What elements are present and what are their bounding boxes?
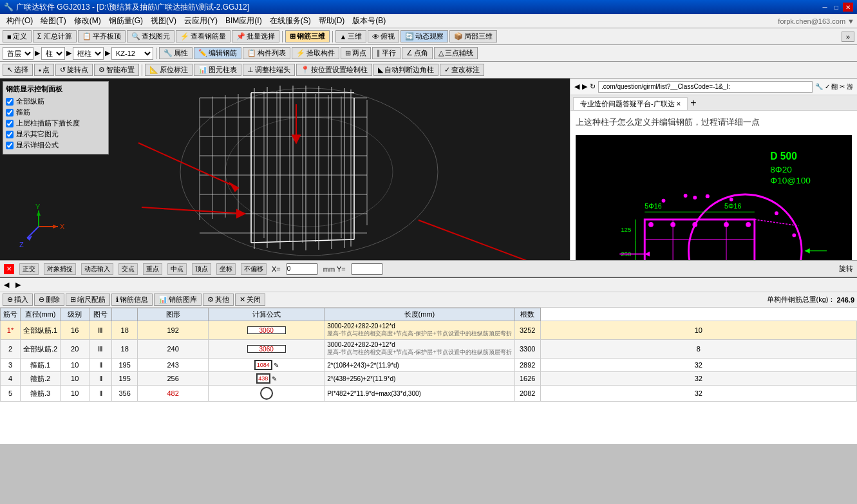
- cell-count: 8: [540, 340, 856, 359]
- menu-component[interactable]: 构件(O): [3, 14, 37, 28]
- menu-cloud[interactable]: 云应用(Y): [180, 14, 221, 28]
- table-row[interactable]: 3 箍筋.1 10 Ⅱ 195 243 1084 ✎ 2*(10: [1, 359, 857, 372]
- status-offset[interactable]: 不偏移: [241, 263, 267, 275]
- table-row[interactable]: 5 箍筋.3 10 Ⅱ 356 482 PI*482+2*11.9*d+max(…: [1, 386, 857, 402]
- checkbox-stirrup[interactable]: 箍筋: [6, 107, 106, 117]
- find-button[interactable]: 🔍 查找图元: [127, 30, 174, 42]
- set-pos-button[interactable]: 📍 按位置设置绘制柱: [296, 64, 372, 76]
- top-view-button[interactable]: 👁 俯视: [368, 30, 399, 42]
- back-button[interactable]: ◀: [574, 82, 579, 91]
- select-button[interactable]: ↖ 选择: [3, 64, 33, 76]
- batch-select-button[interactable]: 📌 批量选择: [232, 30, 279, 42]
- status-intersect[interactable]: 交点: [118, 263, 138, 275]
- refresh-button[interactable]: ↻: [590, 82, 596, 91]
- sub-type-select[interactable]: 框柱: [73, 47, 104, 60]
- address-bar[interactable]: [598, 81, 813, 93]
- nav-prev[interactable]: ◀: [4, 281, 9, 289]
- menu-help[interactable]: 帮助(D): [315, 14, 349, 28]
- minimize-button[interactable]: ─: [820, 3, 830, 12]
- menu-modify[interactable]: 修改(M): [70, 14, 105, 28]
- auto-corner-button[interactable]: ◣ 自动判断边角柱: [373, 64, 438, 76]
- bottom-close-button[interactable]: ✕: [4, 264, 14, 274]
- cell-b: 256: [138, 372, 209, 386]
- insert-row-button[interactable]: ⊕ 插入: [3, 294, 33, 306]
- adjust-end-button[interactable]: ⊥ 调整柱端头: [243, 64, 295, 76]
- checkbox-all-rebar[interactable]: 全部纵筋: [6, 97, 106, 106]
- three-point-button[interactable]: △ 三点辅线: [434, 47, 478, 59]
- maximize-button[interactable]: □: [831, 3, 842, 12]
- cell-id: 1*: [1, 321, 21, 340]
- table-row[interactable]: 4 箍筋.2 10 Ⅱ 195 256 438 ✎ 2*(438: [1, 372, 857, 386]
- status-vertex[interactable]: 顶点: [192, 263, 211, 275]
- expand-button[interactable]: »: [842, 32, 854, 42]
- in-situ-mark-button[interactable]: 📐 原位标注: [145, 64, 193, 76]
- title-bar-controls[interactable]: ─ □ ✕: [820, 3, 853, 12]
- cell-figure[interactable]: [209, 386, 325, 402]
- cell-figure[interactable]: 1084 ✎: [209, 359, 325, 372]
- title-bar-left: 🔧 广联达软件 GGJ2013 - [D:\预结算及抽筋\广联达抽筋\测试-2.…: [4, 2, 249, 13]
- menu-version[interactable]: 版本号(B): [348, 14, 390, 28]
- edit-rebar-button[interactable]: ✏️ 编辑钢筋: [194, 47, 241, 59]
- angle-button[interactable]: ∠ 点角: [402, 47, 433, 59]
- element-type-select[interactable]: 柱: [41, 47, 65, 60]
- status-center[interactable]: 中点: [167, 263, 187, 275]
- scale-rebar-button[interactable]: ⊞ 缩尺配筋: [66, 294, 110, 306]
- table-row[interactable]: 2 全部纵筋.2 20 Ⅲ 18 240 3060 3000-20: [1, 340, 857, 359]
- y-input[interactable]: [351, 263, 383, 275]
- calc-button[interactable]: Σ 汇总计算: [33, 30, 77, 42]
- cell-figure[interactable]: 3060: [209, 321, 325, 340]
- floor-top-button[interactable]: 📋 平齐板顶: [78, 30, 126, 42]
- forward-button[interactable]: ▶: [582, 82, 587, 91]
- active-tab[interactable]: 专业造价问题答疑平台-广联达 ×: [573, 97, 688, 110]
- right-content[interactable]: 上这种柱子怎么定义并编辑钢筋，过程请详细一点 D 500 8Φ20 Φ10@10…: [570, 111, 857, 260]
- checkbox-other-elem[interactable]: 显示其它图元: [6, 129, 106, 139]
- check-mark-button[interactable]: ✓ 查改标注: [440, 64, 484, 76]
- dynamic-view-button[interactable]: 🔄 动态观察: [400, 30, 448, 42]
- element-list-button[interactable]: 📋 构件列表: [243, 47, 290, 59]
- local-3d-button[interactable]: 📦 局部三维: [449, 30, 497, 42]
- close-button[interactable]: ✕: [843, 3, 853, 12]
- cad-area[interactable]: 钢筋显示控制面板 全部纵筋 箍筋 上层柱插筋下插长度 显示其它图元 显示详细公式: [0, 79, 570, 260]
- rebar-info-button[interactable]: ℹ 钢筋信息: [111, 294, 153, 306]
- floor-select[interactable]: 首层: [3, 47, 33, 60]
- pick-element-button[interactable]: ⚡ 拾取构件: [292, 47, 339, 59]
- cell-figure[interactable]: 438 ✎: [209, 372, 325, 386]
- sales-diagram-button[interactable]: 📊 销筋图库: [154, 294, 202, 306]
- define-button[interactable]: ■ 定义: [3, 30, 32, 42]
- status-midpoint[interactable]: 重点: [143, 263, 162, 275]
- property-button[interactable]: 🔧 属性: [159, 47, 193, 59]
- col-table-button[interactable]: 📊 图元柱表: [194, 64, 241, 76]
- cell-figure[interactable]: 3060: [209, 340, 325, 359]
- smart-place-button[interactable]: ⚙ 智能布置: [94, 64, 139, 76]
- nav-next[interactable]: ▶: [15, 281, 21, 289]
- parallel-button[interactable]: ∥ 平行: [372, 47, 400, 59]
- rebar-table[interactable]: 筋号 直径(mm) 级别 图号 图形 计算公式 长度(mm) 根数 1* 全部纵…: [0, 308, 857, 443]
- rebar-3d-button[interactable]: ⊞ 钢筋三维: [285, 30, 330, 42]
- rotate-button[interactable]: ↺ 旋转点: [55, 64, 93, 76]
- status-ortho[interactable]: 正交: [19, 263, 39, 275]
- status-dynamic[interactable]: 动态输入: [81, 263, 113, 275]
- svg-point-103: [662, 198, 666, 202]
- status-coord[interactable]: 坐标: [216, 263, 236, 275]
- checkbox-insert-len[interactable]: 上层柱插筋下插长度: [6, 118, 106, 128]
- table-row[interactable]: 1* 全部纵筋.1 16 Ⅲ 18 192 3060 3000-2: [1, 321, 857, 340]
- new-tab-button[interactable]: +: [688, 96, 699, 110]
- svg-text:5Φ16: 5Φ16: [645, 202, 661, 210]
- point-button[interactable]: • 点: [34, 64, 54, 76]
- menu-rebar-qty[interactable]: 钢筋量(G): [105, 14, 147, 28]
- 3d-button[interactable]: ▲ 三维: [335, 30, 367, 42]
- x-input[interactable]: [286, 263, 318, 275]
- element-id-select[interactable]: KZ-12: [111, 47, 153, 60]
- two-point-button[interactable]: ⊞ 两点: [341, 47, 371, 59]
- delete-row-button[interactable]: ⊖ 删除: [34, 294, 64, 306]
- menu-online[interactable]: 在线服务(S): [266, 14, 315, 28]
- other-button[interactable]: ⚙ 其他: [203, 294, 234, 306]
- view-rebar-button[interactable]: ⚡ 查看钢筋量: [176, 30, 231, 42]
- menu-draw[interactable]: 绘图(T): [37, 14, 70, 28]
- menu-view[interactable]: 视图(V): [147, 14, 180, 28]
- close-table-button[interactable]: ✕ 关闭: [235, 294, 265, 306]
- checkbox-detail-formula[interactable]: 显示详细公式: [6, 140, 106, 150]
- status-snap[interactable]: 对象捕捉: [44, 263, 76, 275]
- svg-text:D 500: D 500: [770, 151, 797, 162]
- menu-bim[interactable]: BIM应用(I): [221, 14, 266, 28]
